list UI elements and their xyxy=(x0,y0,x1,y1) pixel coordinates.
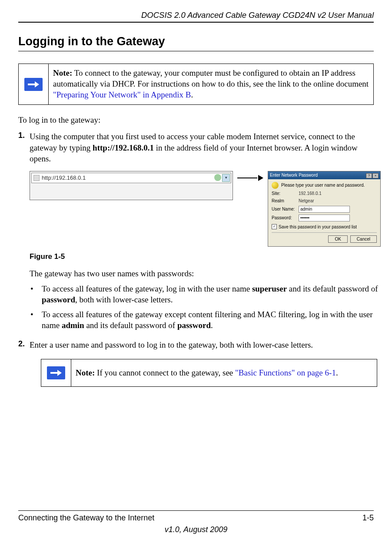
note-link[interactable]: "Preparing Your Network" in Appendix B xyxy=(53,90,191,99)
note2-after-link: . xyxy=(336,368,338,377)
bullet2-d: . xyxy=(211,321,213,330)
realm-value: Netgear xyxy=(299,198,314,204)
footer-version: v1.0, August 2009 xyxy=(18,525,374,534)
key-icon xyxy=(272,182,279,189)
document-header: DOCSIS 2.0 Advanced Cable Gateway CGD24N… xyxy=(18,10,374,20)
login-prompt: Please type your user name and password. xyxy=(281,182,365,188)
note-text-body: To connect to the gateway, your computer… xyxy=(53,68,369,88)
step-1-number: 1. xyxy=(18,131,30,335)
step-1-url: http://192.168.0.1 xyxy=(93,143,154,152)
login-dialog: Enter Network Password ?× Please type yo… xyxy=(268,171,381,247)
save-password-label: Save this password in your password list xyxy=(279,224,357,230)
arrow-right-icon xyxy=(24,78,43,91)
password-input[interactable]: •••••• xyxy=(299,215,350,221)
login-dialog-title: Enter Network Password xyxy=(270,172,318,178)
bullet-2: • To access all features of the gateway … xyxy=(30,309,381,331)
bullet2-c: and its default password of xyxy=(84,321,177,330)
bullet2-b1: admin xyxy=(62,321,84,330)
intro-text: To log in to the gateway: xyxy=(18,115,374,125)
step-2-number: 2. xyxy=(18,339,30,397)
address-bar-url: http://192.168.0.1 xyxy=(42,174,86,181)
login-dialog-titlebar: Enter Network Password ?× xyxy=(268,171,380,179)
save-password-row: ✓ Save this password in your password li… xyxy=(272,224,377,230)
step-2-text: Enter a user name and password to log in… xyxy=(30,340,313,349)
note-icon-cell xyxy=(41,359,71,386)
close-icon[interactable]: × xyxy=(372,173,379,178)
figure-diagram: http://192.168.0.1 ▾ Enter Network Passw… xyxy=(30,171,381,247)
sub-intro: The gateway has two user names with pass… xyxy=(30,268,381,279)
help-icon[interactable]: ? xyxy=(366,173,372,178)
window-buttons: ?× xyxy=(365,172,379,178)
note2-text-body: If you cannot connect to the gateway, se… xyxy=(95,368,235,377)
cancel-button[interactable]: Cancel xyxy=(350,235,377,243)
note-box-1: Note: To connect to the gateway, your co… xyxy=(18,64,374,105)
note-text: Note: To connect to the gateway, your co… xyxy=(49,64,373,104)
bullet1-c: and its default password of xyxy=(287,284,378,293)
site-label: Site: xyxy=(272,191,299,196)
username-input[interactable]: admin xyxy=(299,206,350,213)
dropdown-icon[interactable]: ▾ xyxy=(222,174,230,182)
ok-button[interactable]: OK xyxy=(328,235,347,243)
footer-left: Connecting the Gateway to the Internet xyxy=(18,513,154,523)
save-password-checkbox[interactable]: ✓ xyxy=(272,224,277,229)
bullet1-b1: superuser xyxy=(252,284,287,293)
header-rule xyxy=(18,22,374,23)
note2-link[interactable]: "Basic Functions" on page 6-1 xyxy=(235,368,336,377)
arrow-right-icon xyxy=(47,366,65,379)
realm-label: Realm xyxy=(272,198,299,204)
bullet1-a: To access all features of the gateway, l… xyxy=(42,284,252,293)
address-bar-wrap: http://192.168.0.1 ▾ xyxy=(30,171,233,200)
heading-rule xyxy=(18,51,374,51)
address-bar[interactable]: http://192.168.0.1 ▾ xyxy=(31,173,231,183)
bullet-1: • To access all features of the gateway,… xyxy=(30,283,381,305)
footer-right-page: 1-5 xyxy=(362,513,374,523)
figure-caption: Figure 1-5 xyxy=(30,252,381,262)
bullet2-b2: password xyxy=(177,321,211,330)
bullet1-d: , both with lower-case letters. xyxy=(75,295,173,304)
note-label: Note: xyxy=(53,68,72,77)
username-label: User Name: xyxy=(272,206,299,212)
footer-rule xyxy=(18,510,374,511)
page-footer: Connecting the Gateway to the Internet 1… xyxy=(18,510,374,534)
password-label: Password: xyxy=(272,215,299,221)
note-after-link: . xyxy=(191,90,193,99)
bullet-dot: • xyxy=(30,309,42,331)
step-1: 1. Using the computer that you first use… xyxy=(18,131,374,335)
note-text: Note: If you cannot connect to the gatew… xyxy=(71,359,377,386)
go-icon[interactable] xyxy=(214,174,221,181)
arrow-icon xyxy=(237,174,263,182)
site-value: 192.168.0.1 xyxy=(299,191,322,196)
note-icon-cell xyxy=(19,64,49,104)
note-box-2: Note: If you cannot connect to the gatew… xyxy=(41,359,377,386)
bullet1-b2: password xyxy=(42,295,75,304)
step-2: 2. Enter a user name and password to log… xyxy=(18,339,374,397)
url-icon xyxy=(33,175,40,181)
bullet-dot: • xyxy=(30,283,42,305)
note-label: Note: xyxy=(76,368,95,377)
section-heading: Logging in to the Gateway xyxy=(18,35,374,48)
